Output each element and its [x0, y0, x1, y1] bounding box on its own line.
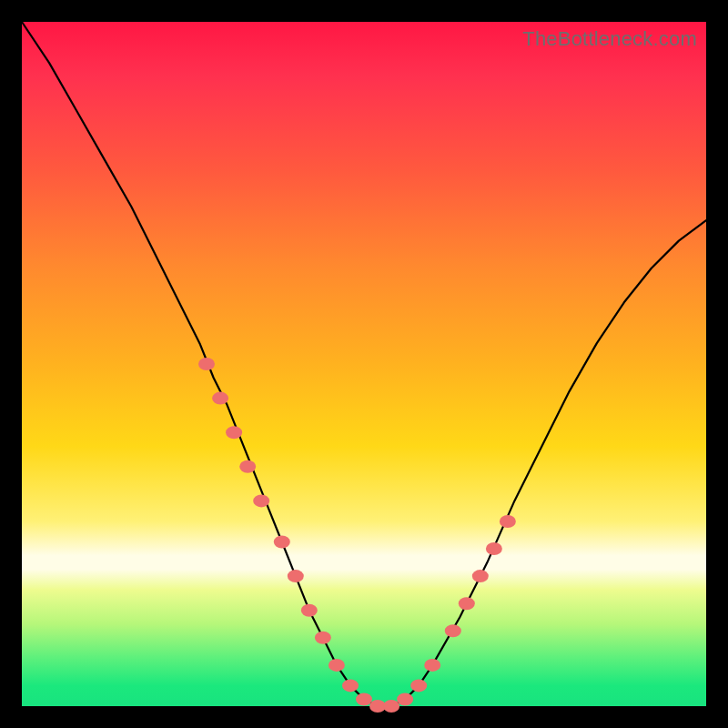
- bead-marker: [356, 693, 372, 706]
- bead-marker: [342, 679, 359, 692]
- chart-frame: TheBottleneck.com: [0, 0, 728, 728]
- bead-marker: [315, 632, 331, 644]
- bead-markers: [198, 358, 516, 713]
- bead-marker: [500, 515, 516, 528]
- bead-marker: [226, 426, 242, 439]
- bead-marker: [329, 659, 345, 672]
- bead-marker: [274, 536, 290, 549]
- bead-marker: [212, 392, 228, 405]
- bead-marker: [424, 659, 440, 672]
- curve-svg: [22, 22, 706, 706]
- bottleneck-curve: [22, 22, 706, 706]
- bead-marker: [253, 494, 269, 507]
- bead-marker: [410, 679, 427, 692]
- bead-marker: [472, 570, 489, 582]
- plot-area: TheBottleneck.com: [22, 22, 706, 706]
- bead-marker: [397, 693, 413, 706]
- bead-marker: [288, 570, 304, 582]
- bead-marker: [383, 700, 399, 713]
- bead-marker: [459, 597, 475, 610]
- bead-marker: [486, 542, 502, 555]
- bead-marker: [239, 460, 256, 473]
- bead-marker: [445, 624, 461, 637]
- bead-marker: [301, 604, 318, 617]
- bead-marker: [198, 358, 215, 370]
